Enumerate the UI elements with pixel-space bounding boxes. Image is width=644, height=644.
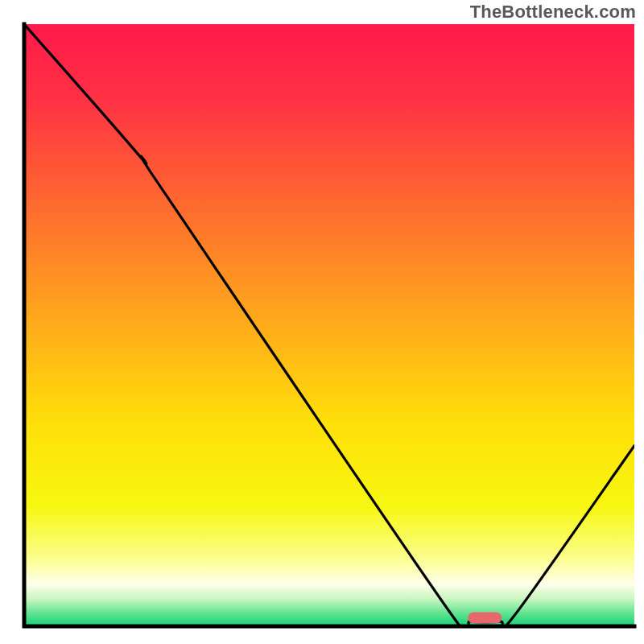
- gradient-background: [24, 24, 634, 626]
- chart-container: TheBottleneck.com: [0, 0, 644, 644]
- bottleneck-chart: [0, 0, 644, 644]
- optimal-marker: [468, 613, 502, 624]
- plot-area: [24, 24, 634, 644]
